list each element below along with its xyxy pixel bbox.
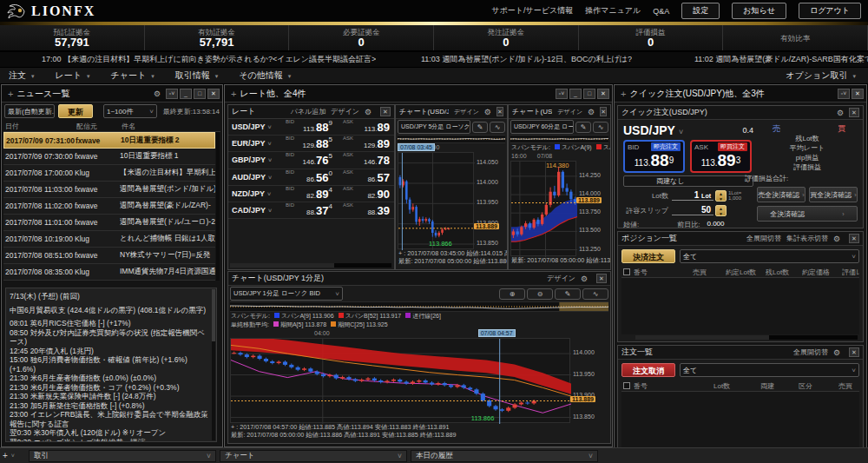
close-icon[interactable]: ✕ xyxy=(596,274,607,283)
news-panel-titlebar[interactable]: + ニュース一覧 ⚙ ▫˅ _ □ ✕ xyxy=(2,85,222,103)
layout-icon[interactable]: ▫˅ xyxy=(556,89,568,99)
rate-row[interactable]: CAD/JPYBID88.374ASK88.39 xyxy=(228,202,394,219)
gear-icon[interactable]: ⚙ xyxy=(833,348,844,357)
close-icon[interactable]: ✕ xyxy=(496,107,503,116)
news-row[interactable]: 2017/07/08 11:02:00fxwave週間為替展望(豪ドル/ZAR)… xyxy=(3,198,215,215)
close-order-button[interactable]: 決済注文 xyxy=(621,249,675,263)
cancel-order-button[interactable]: 注文取消 xyxy=(621,363,675,377)
maximize-icon[interactable]: □ xyxy=(194,89,206,99)
chart-overview-strip[interactable] xyxy=(510,135,608,143)
rate-bid[interactable]: BID88.374 xyxy=(277,202,334,218)
close-icon[interactable]: ✕ xyxy=(849,108,859,117)
news-count-dropdown[interactable]: 1~100件 xyxy=(103,104,157,118)
design-link[interactable]: デザイン xyxy=(331,107,359,116)
rate-ask[interactable]: ASK88.39 xyxy=(334,202,391,218)
top-link[interactable]: 操作マニュアル xyxy=(585,5,641,17)
rate-bid[interactable]: BID146.765 xyxy=(277,152,334,168)
close-icon[interactable]: ✕ xyxy=(380,107,391,116)
rate-pair[interactable]: EUR/JPY xyxy=(228,139,277,148)
draw-tool-icon[interactable]: ✎ xyxy=(472,122,488,133)
rates-hscrollbar[interactable] xyxy=(230,263,391,268)
minimize-icon[interactable]: _ xyxy=(569,89,582,99)
select-all-checkbox[interactable] xyxy=(623,268,630,275)
expand-all-link[interactable]: 全展開切替 xyxy=(746,234,781,243)
design-link[interactable]: デザイン xyxy=(547,274,575,283)
add-tab-button[interactable]: + xyxy=(3,451,8,460)
pair-selector[interactable]: USD/JPY xyxy=(623,123,683,137)
gear-icon[interactable]: ⚙ xyxy=(588,108,595,116)
chart-plot-area[interactable]: 113.866 xyxy=(230,338,570,423)
gear-icon[interactable]: ⚙ xyxy=(837,109,847,117)
slippage-input[interactable]: 50 xyxy=(672,205,713,215)
news-table-scrollbar[interactable] xyxy=(216,132,220,281)
news-row[interactable]: 2017/07/08 08:51:00fxwaveNY株式サマリー(7日)=反発 xyxy=(3,248,215,264)
rate-row[interactable]: NZD/JPYBID82.894ASK82.90 xyxy=(228,186,394,202)
rate-pair[interactable]: NZD/JPY xyxy=(228,189,277,198)
close-icon[interactable]: ✕ xyxy=(597,89,609,99)
orders-table-body[interactable] xyxy=(621,392,859,448)
positions-table-body[interactable] xyxy=(621,278,859,334)
move-handle-icon[interactable]: + xyxy=(8,89,13,99)
rate-pair[interactable]: GBP/JPY xyxy=(228,155,277,164)
news-body-scrollbar[interactable] xyxy=(212,289,215,440)
select-all-checkbox[interactable] xyxy=(623,382,630,389)
news-row[interactable]: 2017/07/08 11:01:00fxwave週間為替展望(ドル/ユーロ)-… xyxy=(3,215,215,231)
tab-list-caret[interactable]: ˅ xyxy=(11,453,15,459)
rate-bid[interactable]: BID129.885 xyxy=(277,136,334,151)
gear-icon[interactable]: ⚙ xyxy=(365,108,375,116)
rate-pair[interactable]: CAD/JPY xyxy=(228,206,277,215)
lot-stepper[interactable]: ▲▼ xyxy=(715,190,727,202)
rate-ask[interactable]: ASK146.78 xyxy=(334,152,391,168)
rate-bid[interactable]: BID86.560 xyxy=(277,169,334,185)
indicator-icon[interactable]: ∿ xyxy=(490,122,505,133)
positions-filter-dropdown[interactable]: 全て xyxy=(680,249,859,263)
close-all-button[interactable]: 全決済確認› xyxy=(757,206,858,222)
rate-ask[interactable]: ASK82.90 xyxy=(334,186,391,202)
chart-symbol-dropdown[interactable]: USD/JPY 60分足 ローソク BID xyxy=(510,120,574,134)
menu-item[interactable]: その他情報 xyxy=(230,69,303,82)
orders-filter-dropdown[interactable]: 全て xyxy=(680,363,859,377)
chart-plot-area[interactable]: 114.380 xyxy=(510,161,576,256)
rate-pair[interactable]: USD/JPY xyxy=(228,122,277,131)
bid-sell-button[interactable]: BID 即売注文 113.889 xyxy=(623,140,685,173)
minimize-icon[interactable]: _ xyxy=(180,89,192,99)
slippage-stepper[interactable]: ▲▼ xyxy=(715,205,727,216)
rate-ask[interactable]: ASK113.89 xyxy=(334,119,391,135)
layout-icon[interactable]: ▫˅ xyxy=(166,89,178,99)
rate-bid[interactable]: BID113.889 xyxy=(277,119,334,135)
right-group-titlebar[interactable]: + クイック注文(USD/JPY)他、全3件 ▫˅ ✕ xyxy=(615,85,866,103)
news-auto-update-dropdown[interactable]: 最新(自動更新.. xyxy=(4,104,55,118)
bottom-tab[interactable]: 取引 xyxy=(29,450,216,462)
chart-overview-strip[interactable] xyxy=(398,135,505,143)
chart-symbol-dropdown[interactable]: USD/JPY 5分足 ローソク BID xyxy=(398,120,470,134)
menu-item-option-trade[interactable]: オプション取引 xyxy=(777,69,868,82)
design-link[interactable]: デザイン xyxy=(557,108,582,116)
summary-toggle-link[interactable]: 集計表示切替 xyxy=(786,234,828,243)
bottom-tab[interactable]: チャート xyxy=(220,450,407,462)
menu-item[interactable]: レート xyxy=(47,69,102,82)
chart-plot-area[interactable]: 113.866 xyxy=(398,152,474,249)
menu-item[interactable]: 注文 xyxy=(0,69,47,82)
bottom-tab[interactable]: 本日の履歴 xyxy=(411,450,598,462)
top-button[interactable]: お知らせ xyxy=(732,3,786,19)
news-row[interactable]: 2017/07/08 11:03:00fxwave週間為替展望(ポンド/加ドル) xyxy=(3,182,215,198)
sell-close-all-button[interactable]: 売全決済確認› xyxy=(757,187,806,202)
news-row[interactable]: 2017/07/08 10:19:00Klugとれんど捕物帳 日銀は1人取り残 xyxy=(3,231,215,248)
close-icon[interactable]: ✕ xyxy=(600,107,607,116)
add-panel-link[interactable]: パネル追加 xyxy=(291,107,326,116)
top-link[interactable]: Q&A xyxy=(653,7,669,16)
positions-hscrollbar[interactable] xyxy=(635,335,858,340)
close-icon[interactable]: ✕ xyxy=(849,347,859,357)
ask-buy-button[interactable]: ASK 即買注文 113.893 xyxy=(690,140,752,173)
close-icon[interactable]: ✕ xyxy=(207,89,220,99)
news-row[interactable]: 2017/07/09 07:30:00fxwave10日週重要指標 1 xyxy=(3,149,215,165)
close-icon[interactable]: ✕ xyxy=(849,234,859,243)
gear-icon[interactable]: ⚙ xyxy=(484,108,491,116)
layout-icon[interactable]: ▫˅ xyxy=(838,89,850,99)
maximize-icon[interactable]: □ xyxy=(583,89,595,99)
rate-row[interactable]: USD/JPYBID113.889ASK113.89 xyxy=(228,119,394,136)
gear-icon[interactable]: ⚙ xyxy=(154,89,164,98)
move-handle-icon[interactable]: + xyxy=(621,89,626,99)
news-row[interactable]: 2017/07/08 17:00:00Klug【来週の注目材料】早期利上げに xyxy=(3,165,215,182)
top-button[interactable]: ログアウト xyxy=(799,3,861,19)
